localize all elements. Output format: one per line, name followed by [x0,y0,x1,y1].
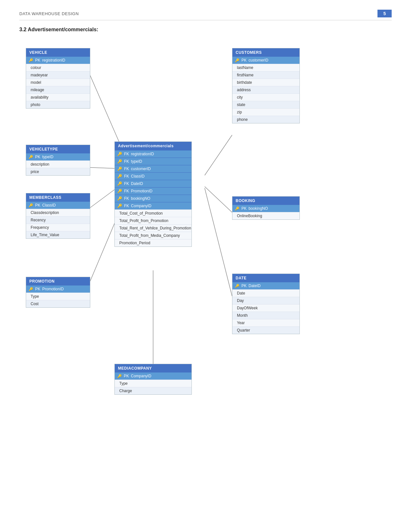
fact-fk-icon-8: 🔑 [117,204,122,208]
fact-fk-label-6: FK [124,189,129,193]
promotion-pk-field: PromotionID [42,287,64,291]
customers-field-birthdate: birthdate [232,79,299,86]
vehicletype-field-desc: description [26,160,90,168]
promotion-pk: 🔑 PK PromotionID [26,285,90,293]
svg-line-6 [205,188,232,296]
page-header: DATA WAREHOUSE DESIGN 5 [19,10,392,20]
fact-fk-field-2: typeID [131,159,142,164]
fact-fk-icon-3: 🔑 [117,167,122,171]
customers-field-address: address [232,86,299,93]
fact-fk-field-5: DateID [131,181,143,186]
vehicletype-field-price: price [26,168,90,175]
date-table: DATE 🔑 PK DateID Date Day DayOfWeek Mont… [232,274,300,334]
fact-fk-label-1: FK [124,152,129,156]
promotion-table: PROMOTION 🔑 PK PromotionID Type Cost [26,277,90,308]
fact-field-totalrent: Total_Rent_of_Vehilce_During_Promotion [115,224,191,232]
date-field-quarter: Quarter [232,326,299,334]
memberclass-table: MEMBERCLASS 🔑 PK ClassID Classdescriptio… [26,193,90,239]
mediacompany-pk: 🔑 PK CompanyID [115,372,191,380]
date-pk: 🔑 PK DateID [232,282,299,289]
memberclass-field-frequency: Frequency [26,224,90,231]
mediacompany-pk-label: PK [124,374,129,378]
fact-fk-typeid: 🔑 FK typeID [115,158,191,165]
date-pk-field: DateID [249,284,260,288]
vehicle-pk-label: PK [35,58,40,63]
date-field-month: Month [232,312,299,319]
fact-fk-field-8: CompanyID [131,204,151,208]
fact-fk-companyid: 🔑 FK CompanyID [115,202,191,209]
booking-pk-label: PK [241,206,247,211]
memberclass-pk: 🔑 PK ClassID [26,202,90,209]
promotion-field-cost: Cost [26,300,90,307]
mediacompany-pk-field: CompanyID [131,374,151,378]
vehicle-field-mileage: mileage [26,86,90,93]
customers-field-phone: phone [232,116,299,123]
customers-header: CUSTOMERS [232,48,299,57]
fact-fk-label-8: FK [124,204,129,208]
svg-line-2 [205,135,232,175]
fact-field-totalprofit: Total_Profit_from_Promotion [115,217,191,224]
fact-fk-label-2: FK [124,159,129,164]
vehicletype-pk-field: typeID [42,155,54,159]
mediacompany-field-charge: Charge [115,387,191,394]
fact-fk-icon-7: 🔑 [117,196,122,201]
vehicle-field-madeyear: madeyear [26,71,90,79]
date-pk-label: PK [241,284,247,288]
fact-fk-dateid: 🔑 FK DateID [115,180,191,187]
vehicletype-pk-label: PK [35,155,40,159]
date-pk-icon: 🔑 [235,284,240,288]
memberclass-pk-icon: 🔑 [29,203,33,208]
customers-field-zip: zip [232,108,299,116]
fact-fk-field-3: customerID [131,167,151,171]
memberclass-pk-field: ClassID [42,203,56,208]
date-field-dayofweek: DayOfWeek [232,304,299,312]
memberclass-field-classdesc: Classdescription [26,209,90,216]
diagram-area: VEHICLE 🔑 PK registrationID colour madey… [19,42,374,493]
booking-header: BOOKING [232,197,299,205]
customers-field-state: state [232,101,299,108]
booking-pk: 🔑 PK bookingNO [232,205,299,212]
vehicle-pk-field: registrationID [42,58,65,63]
vehicletype-pk: 🔑 PK typeID [26,153,90,160]
fact-fk-field-4: ClassID [131,174,144,179]
fact-fk-icon-5: 🔑 [117,181,122,186]
mediacompany-table: MEDIACOMPANY 🔑 PK CompanyID Type Charge [114,364,192,395]
fact-fk-label-3: FK [124,167,129,171]
vehicle-field-colour: colour [26,64,90,71]
booking-pk-field: bookingNO [249,206,268,211]
vehicle-field-model: model [26,79,90,86]
memberclass-field-ltv: Life_Time_Value [26,231,90,238]
connector-lines [19,42,374,493]
fact-fk-icon-1: 🔑 [117,152,122,156]
vehicle-pk: 🔑 PK registrationID [26,57,90,64]
vehicle-pk-icon: 🔑 [29,58,33,63]
vehicle-header: VEHICLE [26,48,90,57]
fact-fk-label-7: FK [124,196,129,201]
fact-fk-bookingno: 🔑 FK bookingNO [115,195,191,202]
section-heading: 3.2 Advertisement/commercials: [19,27,392,33]
fact-fk-label-5: FK [124,181,129,186]
vehicle-field-photo: photo [26,101,90,108]
fact-fk-icon-4: 🔑 [117,174,122,179]
mediacompany-pk-icon: 🔑 [117,374,122,378]
page-title-text: DATA WAREHOUSE DESIGN [19,11,79,16]
mediacompany-header: MEDIACOMPANY [115,364,191,372]
fact-field-totalcost: Total_Cost_of_Promotion [115,209,191,217]
customers-field-lastname: lastName [232,64,299,71]
page-number-box: 5 [377,10,392,17]
promotion-pk-label: PK [35,287,40,291]
fact-fk-icon-6: 🔑 [117,189,122,193]
fact-fk-field-7: bookingNO [131,196,150,201]
fact-field-promotionperiod: Promotion_Period [115,239,191,247]
svg-line-5 [205,187,232,212]
memberclass-header: MEMBERCLASS [26,193,90,202]
fact-header: Advertisement/commercials [115,142,191,150]
promotion-pk-icon: 🔑 [29,287,33,291]
fact-fk-icon-2: 🔑 [117,159,122,164]
customers-pk: 🔑 PK customerID [232,57,299,64]
memberclass-pk-label: PK [35,203,40,208]
fact-fk-customerid: 🔑 FK customerID [115,165,191,172]
vehicletype-header: VEHICLETYPE [26,145,90,153]
customers-pk-label: PK [241,58,247,63]
fact-fk-label-4: FK [124,174,129,179]
